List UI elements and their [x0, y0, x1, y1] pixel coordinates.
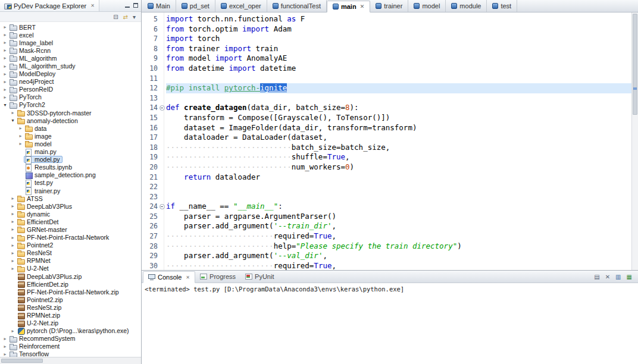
editor-tab-main[interactable]: Main	[142, 0, 176, 12]
code-editor[interactable]: 5import torch.nn.functional as F6from to…	[142, 12, 631, 270]
code-line-25[interactable]: 25 parser = argparse.ArgumentParser()	[142, 212, 631, 222]
expand-arrow-icon[interactable]: ▸	[17, 125, 24, 131]
console-tab-pyunit[interactable]: PyUnit	[240, 271, 279, 283]
tree-item-ml-algorithm[interactable]: ▸ML_algorithm	[0, 54, 141, 62]
expand-arrow-icon[interactable]: ▸	[2, 71, 8, 77]
code-line-23[interactable]: 23	[142, 192, 631, 202]
tree-item-reinforcement[interactable]: ▸Reinforcement	[0, 343, 141, 350]
expand-arrow-icon[interactable]: ▸	[2, 336, 8, 341]
code-line-6[interactable]: 6from torch.optim import Adam	[142, 24, 631, 34]
expand-arrow-icon[interactable]: ▸	[2, 87, 8, 92]
editor-tab-excel_oper[interactable]: excel_oper	[215, 0, 267, 12]
tree-item-3dssd-pytorch-master[interactable]: ▸3DSSD-pytorch-master	[0, 109, 141, 117]
tree-item-tensorflow[interactable]: ▸Tensorflow	[0, 350, 141, 357]
code-line-20[interactable]: 20····························num_worker…	[142, 162, 631, 172]
tree-item-test-py[interactable]: test.py	[0, 179, 141, 187]
tree-item-trainer-py[interactable]: trainer.py	[0, 187, 141, 194]
expand-arrow-icon[interactable]: ▸	[2, 55, 8, 61]
fold-marker-icon[interactable]	[158, 202, 166, 212]
code-line-16[interactable]: 16 dataset = ImageFolder(data_dir, trans…	[142, 123, 631, 133]
tree-item-modeldeploy[interactable]: ▸ModelDeploy	[0, 70, 141, 78]
expand-arrow-icon[interactable]: ▸	[10, 266, 16, 271]
code-line-19[interactable]: 19····························shuffle=Tr…	[142, 152, 631, 162]
explorer-hscrollbar[interactable]	[0, 357, 141, 364]
tree-item-ml-algorithm-study[interactable]: ▸ML_algorithm_study	[0, 62, 141, 70]
close-tab-icon[interactable]: ✕	[360, 4, 365, 10]
code-line-30[interactable]: 30························required=True,	[142, 261, 631, 270]
view-menu-icon[interactable]: ▾	[133, 14, 136, 20]
expand-arrow-icon[interactable]: ▸	[10, 258, 16, 263]
console-tab-console[interactable]: Console✕	[143, 271, 195, 283]
tree-item-grnet-master[interactable]: ▸GRNet-master	[0, 225, 141, 233]
editor-tab-module[interactable]: module	[446, 0, 487, 12]
expand-arrow-icon[interactable]: ▸	[2, 48, 8, 53]
expand-arrow-icon[interactable]: ▸	[2, 24, 8, 30]
tree-item-mask-rcnn[interactable]: ▸Mask-Rcnn	[0, 46, 141, 54]
code-line-22[interactable]: 22	[142, 182, 631, 192]
expand-arrow-icon[interactable]: ▸	[17, 133, 24, 139]
minimize-view-icon[interactable]	[124, 3, 130, 8]
code-line-9[interactable]: 9from model import AnomalyAE	[142, 54, 631, 64]
expand-arrow-icon[interactable]: ▸	[10, 250, 16, 256]
code-line-5[interactable]: 5import torch.nn.functional as F	[142, 14, 631, 24]
tree-item-u-2-net-zip[interactable]: U-2-Net.zip	[0, 319, 141, 327]
editor-tab-functionaltest[interactable]: functionalTest	[267, 0, 327, 12]
code-line-15[interactable]: 15 transform = Compose([Grayscale(), ToT…	[142, 113, 631, 123]
tree-item-model[interactable]: ▸model	[0, 140, 141, 148]
tree-item-deeplabv3plus[interactable]: ▸DeepLabV3Plus	[0, 202, 141, 210]
tree-item-pointnet2[interactable]: ▸Pointnet2	[0, 241, 141, 249]
tree-item-sample-detection-png[interactable]: sample_detection.png	[0, 171, 141, 179]
tree-item-efficientdet-zip[interactable]: EfficientDet.zip	[0, 280, 141, 288]
expand-arrow-icon[interactable]: ▸	[10, 235, 16, 240]
tree-item-recommendsystem[interactable]: ▸RecommendSystem	[0, 335, 141, 343]
tree-item-rpmnet-zip[interactable]: RPMNet.zip	[0, 311, 141, 319]
console-tab-progress[interactable]: Progress	[195, 271, 240, 283]
tree-item-pf-net-point-fractal-network[interactable]: ▸PF-Net-Point-Fractal-Network	[0, 234, 141, 241]
link-with-editor-icon[interactable]: ⇄	[123, 14, 128, 20]
code-line-17[interactable]: 17 dataloader = DataLoader(dataset,	[142, 133, 631, 143]
expand-arrow-icon[interactable]: ▸	[10, 328, 16, 334]
code-line-13[interactable]: 13	[142, 93, 631, 103]
expand-arrow-icon[interactable]: ▸	[10, 196, 16, 201]
package-explorer-view-tab[interactable]: PyDev Package Explorer ✕	[0, 0, 99, 11]
editor-tab-model[interactable]: model	[408, 0, 446, 12]
code-line-28[interactable]: 28························help="Please s…	[142, 241, 631, 252]
expand-arrow-icon[interactable]: ▸	[2, 79, 8, 84]
hscrollbar-thumb[interactable]	[1, 359, 43, 363]
tree-item-data[interactable]: ▸data	[0, 124, 141, 132]
expand-arrow-icon[interactable]: ▸	[2, 32, 8, 37]
code-line-10[interactable]: 10from datetime import datetime	[142, 64, 631, 74]
close-view-icon[interactable]: ✕	[90, 3, 95, 8]
tree-item-image-label[interactable]: ▸Image_label	[0, 39, 141, 46]
tree-item-pytorch2[interactable]: ▾PyTorch2	[0, 101, 141, 109]
tree-item-bert[interactable]: ▸BERT	[0, 23, 141, 31]
tree-item-u-2-net[interactable]: ▸U-2-Net	[0, 265, 141, 272]
console-output[interactable]: <terminated> test.py [D:\ProgramData\Ana…	[142, 283, 638, 364]
tree-item-deeplabv3plus-zip[interactable]: DeepLabV3Plus.zip	[0, 272, 141, 280]
expand-arrow-icon[interactable]: ▸	[2, 344, 8, 349]
tree-item-main-py[interactable]: main.py	[0, 148, 141, 156]
editor-tab-test[interactable]: test	[487, 0, 517, 12]
code-line-8[interactable]: 8from trainer import train	[142, 44, 631, 54]
tree-item-neo4jproject[interactable]: ▸neo4jProject	[0, 78, 141, 86]
code-line-27[interactable]: 27························required=True,	[142, 231, 631, 241]
expand-arrow-icon[interactable]: ▸	[10, 243, 16, 248]
remove-launch-icon[interactable]: ✕	[605, 274, 610, 280]
expand-arrow-icon[interactable]: ▸	[10, 211, 16, 216]
expand-arrow-icon[interactable]: ▸	[10, 227, 16, 232]
editor-vscrollbar[interactable]	[631, 12, 638, 270]
new-console-view-icon[interactable]: ▦	[627, 274, 632, 280]
tree-item-pf-net-point-fractal-network-zip[interactable]: PF-Net-Point-Fractal-Network.zip	[0, 288, 141, 296]
editor-tab-main[interactable]: main✕	[327, 1, 370, 12]
expand-arrow-icon[interactable]: ▸	[10, 219, 16, 224]
code-line-7[interactable]: 7import torch	[142, 34, 631, 44]
tree-item-resnest[interactable]: ▸ResNeSt	[0, 249, 141, 257]
expand-arrow-icon[interactable]: ▸	[2, 64, 8, 69]
tree-item-excel[interactable]: ▸excel	[0, 31, 141, 39]
code-line-26[interactable]: 26 parser.add_argument('--train_dir',	[142, 221, 631, 231]
tree-item-efficientdet[interactable]: ▸EfficientDet	[0, 218, 141, 225]
tree-item-atss[interactable]: ▸ATSS	[0, 194, 141, 202]
tree-item-pointnet2-zip[interactable]: Pointnet2.zip	[0, 296, 141, 303]
code-line-24[interactable]: 24if __name__ == "__main__":	[142, 202, 631, 212]
tree-item-dynamic[interactable]: ▸dynamic	[0, 210, 141, 218]
